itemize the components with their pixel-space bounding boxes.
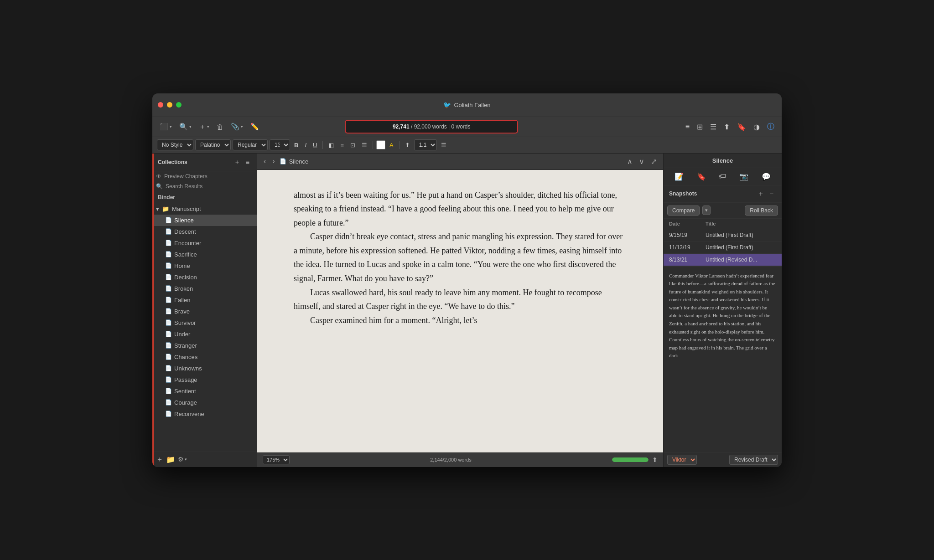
sidebar-item-encounter[interactable]: 📄 Encounter bbox=[152, 237, 257, 249]
search-button[interactable]: 🔍 ▾ bbox=[176, 121, 194, 133]
sidebar-item-unknowns[interactable]: 📄 Unknowns bbox=[152, 363, 257, 374]
close-button[interactable] bbox=[158, 102, 163, 108]
bookmark-button[interactable]: 🔖 bbox=[734, 121, 749, 133]
size-select[interactable]: 13 bbox=[270, 139, 290, 150]
roll-back-button[interactable]: Roll Back bbox=[745, 206, 778, 216]
sidebar-item-silence[interactable]: 📄 Silence bbox=[152, 215, 257, 226]
line-spacing-select[interactable]: 1.1 bbox=[414, 139, 437, 150]
sidebar-item-fallen[interactable]: 📄 Fallen bbox=[152, 294, 257, 306]
sidebar-add-item-button[interactable]: ＋ bbox=[156, 455, 163, 464]
inspector-notes-button[interactable]: 📝 bbox=[672, 171, 686, 182]
snapshot-row-0[interactable]: 9/15/19 Untitled (First Draft) bbox=[664, 229, 782, 241]
word-count-unit: words | bbox=[432, 123, 451, 130]
snapshot-title-0: Untitled (First Draft) bbox=[706, 232, 776, 238]
zoom-select[interactable]: 175% bbox=[263, 455, 290, 464]
progress-bar-container bbox=[612, 457, 649, 462]
item-label-silence: Silence bbox=[174, 217, 194, 224]
sidebar-item-under[interactable]: 📄 Under bbox=[152, 329, 257, 340]
compare-button[interactable]: Compare bbox=[667, 206, 700, 216]
preview-chapters-label: Preview Chapters bbox=[164, 173, 208, 180]
editor-chevron-down-button[interactable]: ∨ bbox=[637, 156, 646, 167]
editor-footer: 175% 2,144/2,000 words ⬆ bbox=[257, 452, 663, 467]
align-justify-button[interactable]: ☰ bbox=[359, 139, 369, 150]
view-outline-button[interactable]: ☰ bbox=[707, 121, 719, 133]
snapshot-title-2: Untitled (Revised D... bbox=[706, 257, 776, 263]
sidebar-add-group-button[interactable]: 📁 bbox=[166, 455, 175, 464]
snapshot-row-2[interactable]: 8/13/21 Untitled (Revised D... bbox=[664, 254, 782, 266]
editor-forward-button[interactable]: › bbox=[270, 156, 276, 166]
sidebar-item-survivor[interactable]: 📄 Survivor bbox=[152, 317, 257, 329]
inspector-camera-button[interactable]: 📷 bbox=[737, 171, 751, 182]
snapshots-add-button[interactable]: ＋ bbox=[756, 189, 765, 199]
manuscript-group[interactable]: ▾ 📁 Manuscript bbox=[152, 203, 257, 215]
underline-button[interactable]: U bbox=[311, 139, 319, 150]
indent-increase-button[interactable]: ⬆ bbox=[403, 139, 412, 150]
theme-button[interactable]: ◑ bbox=[751, 121, 763, 133]
italic-button[interactable]: I bbox=[302, 139, 309, 150]
sidebar-item-chances[interactable]: 📄 Chances bbox=[152, 351, 257, 363]
maximize-button[interactable] bbox=[176, 102, 182, 108]
collapse-icon: ▾ bbox=[156, 206, 159, 212]
inspector-comment-button[interactable]: 💬 bbox=[759, 171, 773, 182]
footer-expand-button[interactable]: ⬆ bbox=[652, 456, 658, 463]
align-center-button[interactable]: ≡ bbox=[338, 139, 346, 150]
sidebar-item-reconvene[interactable]: 📄 Reconvene bbox=[152, 408, 257, 420]
editor-toolbar: ‹ › 📄 Silence ∧ ∨ ⤢ bbox=[257, 154, 663, 170]
delete-button[interactable]: 🗑 bbox=[214, 121, 226, 133]
search-results-row[interactable]: 🔍 Search Results bbox=[152, 181, 257, 191]
bold-button[interactable]: B bbox=[292, 139, 301, 150]
inspector-bookmark-button[interactable]: 🔖 bbox=[694, 171, 709, 182]
info-button[interactable]: ⓘ bbox=[764, 120, 777, 134]
item-label-encounter: Encounter bbox=[174, 240, 201, 247]
share-button[interactable]: ⬆ bbox=[721, 121, 732, 133]
item-label-stranger: Stranger bbox=[174, 342, 197, 349]
style-select[interactable]: No Style bbox=[157, 139, 193, 150]
view-grid-button[interactable]: ⊞ bbox=[694, 121, 706, 133]
inspector-title: Silence bbox=[712, 157, 733, 164]
inspector-tag-button[interactable]: 🏷 bbox=[716, 171, 729, 182]
sidebar-item-home[interactable]: 📄 Home bbox=[152, 260, 257, 272]
attachment-button[interactable]: 📎 ▾ bbox=[228, 121, 246, 133]
add-button[interactable]: ＋ ▾ bbox=[196, 121, 212, 133]
doc-icon-reconvene: 📄 bbox=[165, 411, 171, 417]
align-left-button[interactable]: ◧ bbox=[326, 139, 336, 150]
edit-button[interactable]: ✏️ bbox=[248, 121, 262, 133]
sidebar-toggle-button[interactable]: ⬛ ▾ bbox=[157, 121, 175, 133]
doc-icon-encounter: 📄 bbox=[165, 240, 171, 246]
highlight-button[interactable]: A bbox=[387, 139, 396, 150]
editor-chevron-up-button[interactable]: ∧ bbox=[625, 156, 634, 167]
sidebar-add-button[interactable]: ＋ bbox=[232, 157, 242, 167]
minimize-button[interactable] bbox=[167, 102, 172, 108]
item-label-descent: Descent bbox=[174, 228, 196, 235]
sidebar-item-sacrifice[interactable]: 📄 Sacrifice bbox=[152, 249, 257, 260]
sidebar-menu-button[interactable]: ≡ bbox=[244, 157, 251, 167]
view-single-button[interactable]: ≡ bbox=[683, 121, 692, 133]
snapshot-title-1: Untitled (First Draft) bbox=[706, 244, 776, 251]
sidebar-item-courage[interactable]: 📄 Courage bbox=[152, 397, 257, 408]
editor-expand-button[interactable]: ⤢ bbox=[649, 156, 659, 167]
sidebar-item-passage[interactable]: 📄 Passage bbox=[152, 374, 257, 385]
toolbar: ⬛ ▾ 🔍 ▾ ＋ ▾ 🗑 📎 ▾ ✏️ 92,741 / 92,000 wor bbox=[152, 117, 782, 137]
editor-content[interactable]: almost as if it’s been waiting for us.” … bbox=[257, 170, 663, 452]
editor-back-button[interactable]: ‹ bbox=[262, 156, 268, 166]
sidebar-item-stranger[interactable]: 📄 Stranger bbox=[152, 340, 257, 351]
text-color-swatch[interactable] bbox=[376, 140, 385, 149]
sidebar-item-broken[interactable]: 📄 Broken bbox=[152, 283, 257, 294]
snapshots-remove-button[interactable]: － bbox=[767, 189, 776, 199]
sidebar-settings-button[interactable]: ⚙ ▾ bbox=[178, 456, 187, 463]
compare-dropdown-button[interactable]: ▾ bbox=[702, 206, 711, 215]
font-select[interactable]: Palatino bbox=[195, 139, 231, 150]
preview-chapters-row[interactable]: 👁 Preview Chapters bbox=[152, 171, 257, 181]
snapshot-row-1[interactable]: 11/13/19 Untitled (First Draft) bbox=[664, 241, 782, 254]
align-right-button[interactable]: ⊡ bbox=[348, 139, 358, 150]
doc-icon-broken: 📄 bbox=[165, 285, 171, 292]
item-label-unknowns: Unknowns bbox=[174, 365, 202, 372]
weight-select[interactable]: Regular bbox=[233, 139, 268, 150]
sidebar-item-decision[interactable]: 📄 Decision bbox=[152, 272, 257, 283]
sidebar-item-sentient[interactable]: 📄 Sentient bbox=[152, 385, 257, 397]
sidebar-item-brave[interactable]: 📄 Brave bbox=[152, 306, 257, 317]
character-select[interactable]: Viktor bbox=[667, 455, 697, 465]
draft-select[interactable]: Revised Draft bbox=[729, 455, 778, 465]
sidebar-item-descent[interactable]: 📄 Descent bbox=[152, 226, 257, 237]
list-button[interactable]: ☰ bbox=[439, 139, 449, 150]
